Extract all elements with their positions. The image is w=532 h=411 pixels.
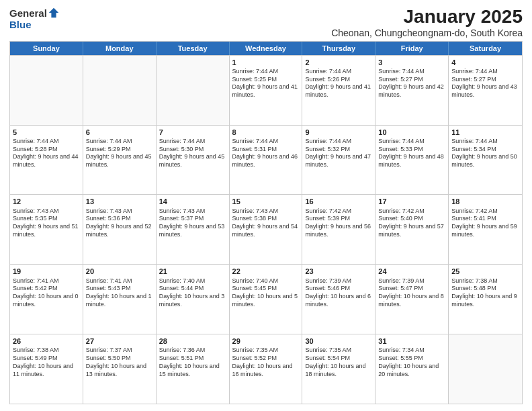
day-info: Sunrise: 7:40 AM xyxy=(232,277,300,285)
day-info: Daylight: 9 hours and 56 minutes. xyxy=(305,223,372,238)
day-info: Daylight: 9 hours and 41 minutes. xyxy=(232,83,300,99)
day-info: Sunset: 5:25 PM xyxy=(232,76,300,84)
day-info: Sunset: 5:27 PM xyxy=(378,76,445,84)
day-cell-4: 4Sunrise: 7:44 AMSunset: 5:27 PMDaylight… xyxy=(449,56,522,125)
day-info: Sunrise: 7:38 AM xyxy=(451,277,519,285)
week-row-1: 1Sunrise: 7:44 AMSunset: 5:25 PMDaylight… xyxy=(10,55,522,125)
day-cell-30: 30Sunrise: 7:35 AMSunset: 5:54 PMDayligh… xyxy=(302,334,375,404)
day-number: 1 xyxy=(232,58,300,67)
day-number: 17 xyxy=(378,197,445,206)
day-info: Sunset: 5:51 PM xyxy=(159,355,226,363)
day-info: Sunrise: 7:34 AM xyxy=(378,347,445,355)
day-info: Sunset: 5:49 PM xyxy=(13,355,80,363)
day-info: Daylight: 10 hours and 6 minutes. xyxy=(305,293,372,308)
day-cell-10: 10Sunrise: 7:44 AMSunset: 5:33 PMDayligh… xyxy=(375,126,449,195)
day-number: 22 xyxy=(232,267,300,276)
day-number: 24 xyxy=(378,267,445,276)
day-info: Sunset: 5:47 PM xyxy=(378,285,445,293)
day-cell-31: 31Sunrise: 7:34 AMSunset: 5:55 PMDayligh… xyxy=(375,334,449,404)
day-info: Daylight: 10 hours and 9 minutes. xyxy=(451,293,519,308)
empty-cell xyxy=(83,56,157,125)
day-number: 27 xyxy=(86,336,153,346)
day-number: 31 xyxy=(378,336,445,346)
day-info: Daylight: 9 hours and 43 minutes. xyxy=(451,83,519,99)
day-number: 26 xyxy=(13,336,80,346)
day-info: Daylight: 10 hours and 15 minutes. xyxy=(159,363,226,378)
day-info: Daylight: 9 hours and 42 minutes. xyxy=(378,83,445,99)
day-info: Sunset: 5:26 PM xyxy=(305,76,372,84)
title-section: January 2025 Cheonan, Chungcheongnam-do,… xyxy=(331,7,523,38)
day-info: Sunset: 5:38 PM xyxy=(232,215,300,223)
day-info: Sunrise: 7:44 AM xyxy=(13,138,80,146)
day-info: Sunset: 5:52 PM xyxy=(232,355,300,363)
logo: General Blue xyxy=(9,7,60,30)
day-cell-20: 20Sunrise: 7:41 AMSunset: 5:43 PMDayligh… xyxy=(83,265,157,334)
day-info: Sunset: 5:36 PM xyxy=(86,215,153,223)
day-info: Sunrise: 7:43 AM xyxy=(86,208,153,216)
day-cell-6: 6Sunrise: 7:44 AMSunset: 5:29 PMDaylight… xyxy=(83,126,157,195)
day-info: Sunset: 5:41 PM xyxy=(451,215,519,223)
day-number: 21 xyxy=(159,267,226,276)
day-info: Sunrise: 7:41 AM xyxy=(13,277,80,285)
day-cell-27: 27Sunrise: 7:37 AMSunset: 5:50 PMDayligh… xyxy=(83,334,157,404)
day-cell-21: 21Sunrise: 7:40 AMSunset: 5:44 PMDayligh… xyxy=(157,265,230,334)
day-info: Sunset: 5:27 PM xyxy=(451,76,519,84)
day-number: 6 xyxy=(86,128,153,137)
day-cell-22: 22Sunrise: 7:40 AMSunset: 5:45 PMDayligh… xyxy=(230,265,303,334)
day-info: Sunset: 5:30 PM xyxy=(159,146,226,154)
week-row-5: 26Sunrise: 7:38 AMSunset: 5:49 PMDayligh… xyxy=(10,334,522,404)
day-info: Sunrise: 7:43 AM xyxy=(13,208,80,216)
day-info: Sunset: 5:31 PM xyxy=(232,146,300,154)
day-info: Sunrise: 7:44 AM xyxy=(232,68,300,76)
day-info: Daylight: 9 hours and 51 minutes. xyxy=(13,223,80,238)
calendar-header: SundayMondayTuesdayWednesdayThursdayFrid… xyxy=(10,42,522,55)
calendar-body: 1Sunrise: 7:44 AMSunset: 5:25 PMDaylight… xyxy=(10,55,522,404)
day-number: 14 xyxy=(159,197,226,206)
location: Cheonan, Chungcheongnam-do, South Korea xyxy=(331,28,523,38)
day-info: Sunrise: 7:35 AM xyxy=(305,347,372,355)
day-info: Sunrise: 7:44 AM xyxy=(451,68,519,76)
day-info: Daylight: 10 hours and 13 minutes. xyxy=(86,363,153,378)
day-cell-23: 23Sunrise: 7:39 AMSunset: 5:46 PMDayligh… xyxy=(302,265,375,334)
day-info: Sunset: 5:28 PM xyxy=(13,146,80,154)
empty-cell xyxy=(449,334,522,404)
day-number: 18 xyxy=(451,197,519,206)
day-cell-12: 12Sunrise: 7:43 AMSunset: 5:35 PMDayligh… xyxy=(10,195,83,264)
day-info: Daylight: 9 hours and 59 minutes. xyxy=(451,223,519,238)
day-info: Daylight: 10 hours and 3 minutes. xyxy=(159,293,226,308)
calendar: SundayMondayTuesdayWednesdayThursdayFrid… xyxy=(9,41,523,404)
day-number: 11 xyxy=(451,128,519,137)
day-info: Sunset: 5:37 PM xyxy=(159,215,226,223)
week-row-3: 12Sunrise: 7:43 AMSunset: 5:35 PMDayligh… xyxy=(10,194,522,264)
day-number: 7 xyxy=(159,128,226,137)
day-cell-28: 28Sunrise: 7:36 AMSunset: 5:51 PMDayligh… xyxy=(157,334,230,404)
empty-cell xyxy=(10,56,83,125)
day-info: Daylight: 10 hours and 5 minutes. xyxy=(232,293,300,308)
month-title: January 2025 xyxy=(331,7,523,28)
day-number: 30 xyxy=(305,336,372,346)
day-info: Sunrise: 7:42 AM xyxy=(451,208,519,216)
day-info: Sunset: 5:42 PM xyxy=(13,285,80,293)
day-cell-8: 8Sunrise: 7:44 AMSunset: 5:31 PMDaylight… xyxy=(230,126,303,195)
day-cell-5: 5Sunrise: 7:44 AMSunset: 5:28 PMDaylight… xyxy=(10,126,83,195)
day-number: 15 xyxy=(232,197,300,206)
day-info: Daylight: 10 hours and 11 minutes. xyxy=(13,363,80,378)
day-info: Sunrise: 7:44 AM xyxy=(232,138,300,146)
day-info: Daylight: 10 hours and 1 minute. xyxy=(86,293,153,308)
day-info: Sunset: 5:48 PM xyxy=(451,285,519,293)
day-cell-13: 13Sunrise: 7:43 AMSunset: 5:36 PMDayligh… xyxy=(83,195,157,264)
header: General Blue January 2025 Cheonan, Chung… xyxy=(9,7,523,38)
day-number: 16 xyxy=(305,197,372,206)
day-info: Daylight: 9 hours and 41 minutes. xyxy=(305,83,372,99)
day-info: Sunrise: 7:39 AM xyxy=(378,277,445,285)
day-info: Sunset: 5:32 PM xyxy=(305,146,372,154)
day-info: Sunrise: 7:43 AM xyxy=(159,208,226,216)
day-info: Sunset: 5:39 PM xyxy=(305,215,372,223)
day-info: Sunrise: 7:42 AM xyxy=(305,208,372,216)
day-info: Daylight: 10 hours and 20 minutes. xyxy=(378,363,445,378)
day-cell-17: 17Sunrise: 7:42 AMSunset: 5:40 PMDayligh… xyxy=(375,195,449,264)
day-cell-26: 26Sunrise: 7:38 AMSunset: 5:49 PMDayligh… xyxy=(10,334,83,404)
day-cell-11: 11Sunrise: 7:44 AMSunset: 5:34 PMDayligh… xyxy=(449,126,522,195)
day-header-sunday: Sunday xyxy=(10,42,83,55)
day-cell-24: 24Sunrise: 7:39 AMSunset: 5:47 PMDayligh… xyxy=(375,265,449,334)
